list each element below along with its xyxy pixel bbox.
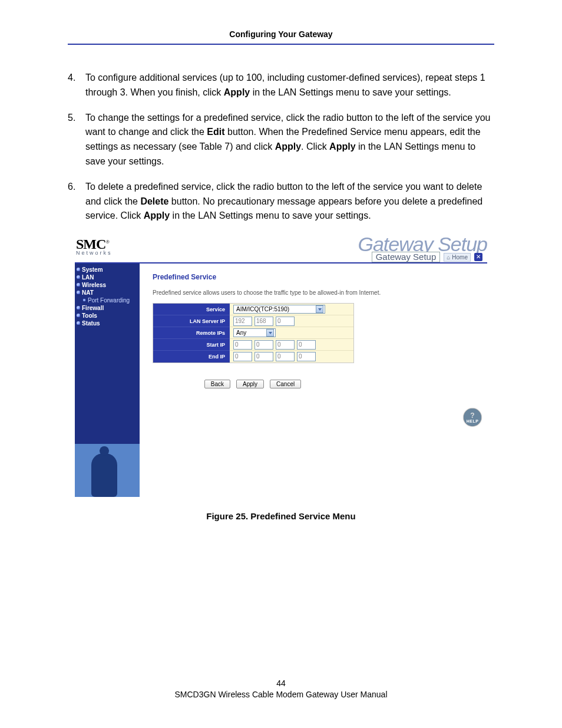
step-text: To delete a predefined service, click th… [85,180,494,223]
page-footer: 44 SMCD3GN Wireless Cable Modem Gateway … [0,678,562,701]
step-number: 4. [68,71,85,100]
cancel-button[interactable]: Cancel [270,380,301,388]
sidebar-item-portfwd[interactable]: Port Forwarding [75,297,140,304]
step-5: 5. To change the settings for a predefin… [68,111,494,169]
panel-description: Predefined service allows users to choos… [153,289,474,296]
lan-ip-1[interactable]: 192 [233,317,252,326]
home-icon: ⌂ [447,254,450,261]
panel-heading: Predefined Service [153,273,474,281]
brand-logo: SMC® Networks [76,236,113,256]
sidebar: System LAN Wireless NAT Port Forwarding … [75,263,140,497]
lan-ip-3[interactable]: 0 [276,317,295,326]
remote-ips-select[interactable]: Any [233,328,276,337]
chevron-down-icon [316,305,323,313]
main-panel: Predefined Service Predefined service al… [140,263,487,497]
step-number: 5. [68,111,85,169]
service-select[interactable]: AIM/ICQ(TCP:5190) [233,305,325,314]
start-ip-3[interactable]: 0 [276,340,295,350]
close-icon[interactable]: ✕ [474,253,482,261]
label-start-ip: Start IP [153,339,230,351]
header-rule [68,44,494,45]
figure-caption: Figure 25. Predefined Service Menu [68,511,494,521]
page-number: 44 [0,678,562,690]
page-header-title: Configuring Your Gateway [68,29,494,44]
step-number: 6. [68,180,85,223]
end-ip-2[interactable]: 0 [254,352,273,361]
apply-button[interactable]: Apply [236,380,264,388]
chevron-down-icon [266,329,274,337]
end-ip-1[interactable]: 0 [233,352,252,361]
instruction-list: 4. To configure additional services (up … [68,71,494,223]
bar-title: Gateway Setup [372,252,441,262]
help-button[interactable]: ? HELP [464,409,481,426]
sidebar-item-nat[interactable]: NAT [75,289,140,297]
start-ip-4[interactable]: 0 [297,340,316,350]
sidebar-item-wireless[interactable]: Wireless [75,281,140,289]
start-ip-2[interactable]: 0 [254,340,273,350]
end-ip-4[interactable]: 0 [297,352,316,361]
end-ip-3[interactable]: 0 [276,352,295,361]
step-text: To configure additional services (up to … [85,71,494,100]
start-ip-1[interactable]: 0 [233,340,252,350]
label-remote-ips: Remote IPs [153,327,230,339]
label-end-ip: End IP [153,351,230,363]
screenshot-header: SMC® Networks Gateway Setup Gateway Setu… [75,234,487,262]
label-service: Service [153,304,230,315]
lan-ip-2[interactable]: 168 [254,317,273,326]
footer-line: SMCD3GN Wireless Cable Modem Gateway Use… [0,689,562,701]
help-icon: ? [470,412,474,419]
label-lan-ip: LAN Server IP [153,315,230,327]
sidebar-item-firewall[interactable]: Firewall [75,304,140,312]
embedded-screenshot: SMC® Networks Gateway Setup Gateway Setu… [75,234,487,496]
predefined-service-form: Service AIM/ICQ(TCP:5190) LAN Server IP … [153,303,354,363]
sidebar-item-status[interactable]: Status [75,319,140,327]
step-4: 4. To configure additional services (up … [68,71,494,100]
sidebar-decor-image [75,444,140,497]
sidebar-item-tools[interactable]: Tools [75,312,140,319]
sidebar-item-lan[interactable]: LAN [75,274,140,281]
step-text: To change the settings for a predefined … [85,111,494,169]
step-6: 6. To delete a predefined service, click… [68,180,494,223]
sidebar-item-system[interactable]: System [75,266,140,274]
home-button[interactable]: ⌂ Home [444,253,471,262]
back-button[interactable]: Back [204,380,230,388]
